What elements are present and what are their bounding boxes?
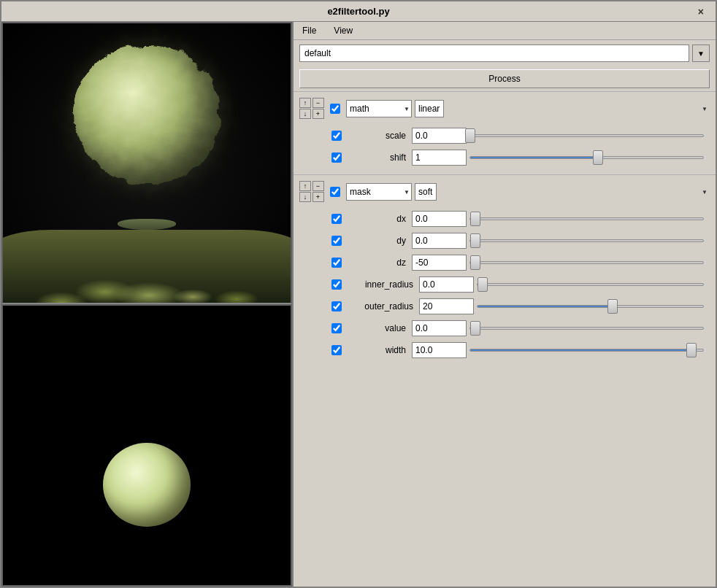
filter-1-scale-label: scale xyxy=(348,131,406,141)
close-button[interactable]: × xyxy=(695,6,707,18)
menu-bar: File View xyxy=(294,22,716,40)
filter-2-dx-track xyxy=(469,217,704,220)
filter-2-dx-input[interactable] xyxy=(412,211,467,227)
filter-2-subtype-select[interactable]: soft xyxy=(415,183,437,201)
filter-2-value-track xyxy=(469,327,704,330)
filter-2-inner-radius-row: inner_radius xyxy=(299,274,710,295)
filter-1-type-wrapper: math xyxy=(346,100,412,117)
filter-1-minus-btn[interactable]: − xyxy=(313,98,324,108)
menu-file[interactable]: File xyxy=(299,24,319,37)
filter-1-shift-track xyxy=(469,156,704,159)
filter-2-inner-radius-track xyxy=(477,283,704,286)
filter-1-scale-checkbox[interactable] xyxy=(331,131,342,141)
filter-2-outer-radius-track xyxy=(477,305,704,308)
filter-1-shift-input[interactable] xyxy=(412,150,467,166)
filter-2-dz-label: dz xyxy=(348,258,406,268)
right-panel: File View default ▼ Process ↑ − xyxy=(294,22,716,587)
filter-1-shift-row: shift xyxy=(299,147,710,169)
filter-2-dy-slider[interactable] xyxy=(469,233,704,249)
filter-2-dx-slider[interactable] xyxy=(469,211,704,227)
filter-2-value-input[interactable] xyxy=(412,320,467,336)
menu-view[interactable]: View xyxy=(331,24,356,37)
filter-2-dz-row: dz xyxy=(299,252,710,274)
preset-row: default ▼ xyxy=(294,40,716,66)
filter-1-shift-checkbox[interactable] xyxy=(331,152,342,163)
main-window: e2filtertool.py × xyxy=(0,0,717,588)
filter-2-dx-row: dx xyxy=(299,208,710,230)
preset-dropdown-arrow[interactable]: ▼ xyxy=(692,45,710,62)
filter-2-outer-radius-slider[interactable] xyxy=(477,298,704,314)
filter-2-value-row: value xyxy=(299,317,710,339)
filter-2-dz-slider[interactable] xyxy=(469,255,704,271)
filter-1-subtype-wrapper: linear xyxy=(415,100,710,117)
filter-2-dy-checkbox[interactable] xyxy=(331,236,342,246)
filter-1-type-select[interactable]: math xyxy=(346,100,412,117)
filter-2-width-slider[interactable] xyxy=(469,342,704,358)
scene-3d-top xyxy=(3,23,291,303)
process-button[interactable]: Process xyxy=(299,69,710,88)
filter-2-type-wrapper: mask xyxy=(346,183,412,201)
viewport-top xyxy=(1,22,292,304)
filter-2-outer-radius-row: outer_radius xyxy=(299,295,710,317)
filter-2-dz-input[interactable] xyxy=(412,255,467,271)
filter-1-plus-btn[interactable]: + xyxy=(313,109,324,119)
filter-2-subtype-wrapper: soft xyxy=(415,183,710,201)
filter-2-minus-btn[interactable]: − xyxy=(313,181,324,191)
filter-2-dx-label: dx xyxy=(348,214,406,224)
scene-3d-bottom xyxy=(3,306,291,585)
filter-2-outer-radius-checkbox[interactable] xyxy=(331,301,342,312)
filter-1-shift-label: shift xyxy=(348,152,406,163)
left-panel xyxy=(1,22,294,587)
3d-sphere-top xyxy=(74,45,220,184)
filter-block-1: ↑ − ↓ + math linear xyxy=(294,91,716,174)
filter-1-scale-row: scale xyxy=(299,125,710,147)
ground-bumps xyxy=(3,244,291,303)
filter-2-value-slider[interactable] xyxy=(469,320,704,336)
filter-1-up-btn[interactable]: ↑ xyxy=(299,98,311,108)
filter-2-down-btn[interactable]: ↓ xyxy=(299,192,311,202)
filter-2-dy-label: dy xyxy=(348,236,406,246)
filter-1-subtype-select[interactable]: linear xyxy=(415,100,444,117)
filter-1-scale-track xyxy=(469,134,704,137)
content-area: File View default ▼ Process ↑ − xyxy=(1,22,716,587)
filter-2-width-label: width xyxy=(348,345,406,355)
filter-2-value-checkbox[interactable] xyxy=(331,323,342,333)
filter-2-up-btn[interactable]: ↑ xyxy=(299,181,311,191)
filter-2-value-label: value xyxy=(348,323,406,333)
filter-2-dz-checkbox[interactable] xyxy=(331,258,342,268)
filter-2-dx-checkbox[interactable] xyxy=(331,214,342,224)
filter-2-plus-btn[interactable]: + xyxy=(313,192,324,202)
filter-2-header: ↑ − ↓ + mask soft xyxy=(299,181,710,202)
filter-2-inner-radius-checkbox[interactable] xyxy=(331,279,342,290)
title-bar: e2filtertool.py × xyxy=(1,1,716,22)
filter-2-type-select[interactable]: mask xyxy=(346,183,412,201)
filter-1-scale-input[interactable] xyxy=(412,128,467,144)
filter-1-scale-slider[interactable] xyxy=(469,128,704,144)
filter-1-arrow-btns: ↑ − ↓ + xyxy=(299,98,324,119)
filter-2-outer-radius-input[interactable] xyxy=(419,298,474,314)
filter-2-dy-row: dy xyxy=(299,230,710,252)
process-btn-row: Process xyxy=(294,66,716,91)
filter-2-width-track xyxy=(469,349,704,352)
window-title: e2filtertool.py xyxy=(327,6,389,17)
filter-2-dy-track xyxy=(469,239,704,242)
filter-1-down-btn[interactable]: ↓ xyxy=(299,109,311,119)
filter-2-dz-track xyxy=(469,261,704,264)
filter-2-inner-radius-label: inner_radius xyxy=(348,279,413,290)
floating-debris xyxy=(118,219,176,230)
filter-2-dy-input[interactable] xyxy=(412,233,467,249)
filter-1-checkbox[interactable] xyxy=(330,104,340,114)
filter-2-width-checkbox[interactable] xyxy=(331,345,342,355)
filter-1-header: ↑ − ↓ + math linear xyxy=(299,98,710,119)
filter-2-outer-radius-label: outer_radius xyxy=(348,301,413,312)
viewport-bottom xyxy=(1,304,292,587)
filter-2-inner-radius-input[interactable] xyxy=(419,276,474,293)
filter-2-width-input[interactable] xyxy=(412,342,467,358)
filter-2-inner-radius-slider[interactable] xyxy=(477,276,704,293)
filter-1-shift-slider[interactable] xyxy=(469,150,704,166)
filter-2-checkbox[interactable] xyxy=(330,187,340,197)
preset-select[interactable]: default xyxy=(299,45,689,62)
filter-2-width-row: width xyxy=(299,339,710,361)
3d-sphere-bottom xyxy=(103,443,191,527)
filter-block-2: ↑ − ↓ + mask soft xyxy=(294,174,716,367)
